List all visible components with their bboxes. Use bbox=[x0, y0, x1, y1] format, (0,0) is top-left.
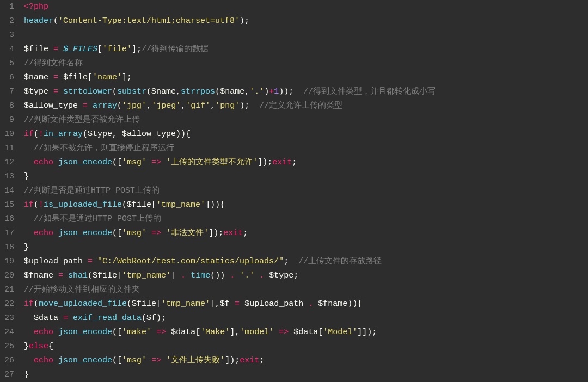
token-func: json_encode bbox=[58, 158, 112, 167]
line-number: 11 bbox=[0, 141, 14, 156]
line-number: 5 bbox=[0, 57, 14, 71]
code-line[interactable]: //得到文件名称 bbox=[24, 57, 588, 71]
token-cmt: //开始移动文件到相应的文件夹 bbox=[24, 285, 140, 294]
line-number: 27 bbox=[0, 368, 14, 382]
line-number: 21 bbox=[0, 283, 14, 297]
token-kw: exit bbox=[240, 356, 259, 365]
code-line[interactable]: } bbox=[24, 170, 588, 184]
token-var bbox=[24, 158, 34, 167]
code-line[interactable]: header('Content-Type:text/html;charset=u… bbox=[24, 14, 588, 28]
token-var bbox=[24, 356, 34, 365]
line-number: 10 bbox=[0, 127, 14, 141]
token-var bbox=[53, 328, 58, 337]
token-punc: } bbox=[24, 370, 29, 379]
token-cmt: //如果不是通过HTTP POST上传的 bbox=[34, 214, 161, 224]
code-line[interactable]: echo json_encode(['msg' => '文件上传失败']);ex… bbox=[24, 354, 588, 368]
token-var bbox=[146, 158, 151, 167]
code-line[interactable]: $data = exif_read_data($f); bbox=[24, 311, 588, 325]
code-line[interactable]: //判断是否是通过HTTP POST上传的 bbox=[24, 184, 588, 198]
token-str: '非法文件' bbox=[166, 229, 209, 238]
token-var bbox=[53, 229, 58, 238]
token-punc: ( bbox=[34, 130, 39, 139]
token-punc: ($name, bbox=[215, 87, 249, 96]
token-op: => bbox=[156, 328, 166, 337]
token-str: "C:/WebRoot/test.com/statics/uploads/" bbox=[97, 257, 284, 266]
token-str: 'model' bbox=[240, 328, 274, 337]
code-line[interactable]: //如果不是通过HTTP POST上传的 bbox=[24, 212, 588, 226]
token-punc: ($f); bbox=[142, 313, 166, 323]
token-punc: ( bbox=[34, 299, 39, 309]
token-var bbox=[161, 158, 166, 167]
code-line[interactable]: //如果不被允许，则直接停止程序运行 bbox=[24, 141, 588, 156]
token-punc: ; bbox=[284, 257, 298, 266]
token-cmt: //如果不被允许，则直接停止程序运行 bbox=[34, 144, 174, 153]
line-number: 3 bbox=[0, 28, 14, 42]
code-line[interactable]: } bbox=[24, 368, 588, 382]
token-func: time bbox=[191, 271, 210, 280]
token-kw: echo bbox=[34, 158, 53, 167]
token-punc: ([ bbox=[112, 356, 122, 365]
token-kw: echo bbox=[34, 328, 53, 337]
token-func: strrpos bbox=[181, 87, 215, 96]
token-str: 'jpeg' bbox=[151, 101, 181, 110]
token-var bbox=[254, 271, 259, 280]
token-var bbox=[24, 229, 34, 238]
token-str: 'Make' bbox=[200, 328, 230, 337]
code-line[interactable]: echo json_encode(['msg' => '非法文件']);exit… bbox=[24, 226, 588, 241]
line-number: 15 bbox=[0, 198, 14, 212]
code-line[interactable] bbox=[24, 28, 588, 42]
code-line[interactable]: if(!in_array($type, $allow_type)){ bbox=[24, 127, 588, 141]
line-number-gutter: 1234567891011121314151617181920212223242… bbox=[0, 0, 20, 382]
code-line[interactable]: $file = $_FILES['file'];//得到传输的数据 bbox=[24, 42, 588, 57]
token-punc: } bbox=[24, 342, 29, 351]
code-line[interactable]: }else{ bbox=[24, 340, 588, 354]
token-kw: exit bbox=[272, 158, 292, 167]
token-var bbox=[24, 144, 34, 153]
token-func: sha1 bbox=[68, 271, 88, 280]
code-line[interactable]: $upload_path = "C:/WebRoot/test.com/stat… bbox=[24, 255, 588, 269]
code-line[interactable]: echo json_encode(['make' => $data['Make'… bbox=[24, 325, 588, 340]
token-tag: <?php bbox=[24, 2, 48, 11]
code-line[interactable]: //判断文件类型是否被允许上传 bbox=[24, 113, 588, 127]
token-punc: ()) bbox=[210, 271, 230, 280]
code-line[interactable]: $fname = sha1($file['tmp_name'] . time()… bbox=[24, 269, 588, 283]
token-var: $data bbox=[24, 313, 63, 323]
token-str: 'jpg' bbox=[122, 101, 146, 110]
code-line[interactable]: $type = strtolower(substr($name,strrpos(… bbox=[24, 85, 588, 99]
code-line[interactable]: } bbox=[24, 241, 588, 255]
token-op: . bbox=[259, 271, 264, 280]
token-punc: ); bbox=[240, 101, 259, 110]
token-op: = bbox=[83, 101, 88, 110]
code-line[interactable]: $name = $file['name']; bbox=[24, 71, 588, 85]
code-line[interactable]: <?php bbox=[24, 0, 588, 14]
token-punc: ]); bbox=[258, 158, 272, 167]
token-kw: if bbox=[24, 130, 34, 139]
token-op: = bbox=[58, 271, 63, 280]
line-number: 1 bbox=[0, 0, 14, 14]
code-area[interactable]: <?phpheader('Content-Type:text/html;char… bbox=[20, 0, 588, 382]
token-kw: echo bbox=[34, 356, 53, 365]
code-line[interactable]: $allow_type = array('jpg','jpeg','gif','… bbox=[24, 99, 588, 113]
token-str: 'gif' bbox=[186, 101, 210, 110]
code-line[interactable]: if(!is_uploaded_file($file['tmp_name']))… bbox=[24, 198, 588, 212]
token-op: => bbox=[151, 158, 161, 167]
line-number: 26 bbox=[0, 354, 14, 368]
code-line[interactable]: if(move_uploaded_file($file['tmp_name'],… bbox=[24, 297, 588, 311]
token-cmt: //判断文件类型是否被允许上传 bbox=[24, 115, 140, 125]
token-punc: } bbox=[24, 243, 29, 252]
token-punc: ($file[ bbox=[127, 299, 161, 309]
token-op: ! bbox=[39, 130, 44, 139]
token-str: 'tmp_name' bbox=[156, 200, 205, 210]
line-number: 20 bbox=[0, 269, 14, 283]
code-line[interactable]: echo json_encode(['msg' => '上传的文件类型不允许']… bbox=[24, 156, 588, 170]
token-global: $_FILES bbox=[63, 45, 97, 54]
token-punc: ) bbox=[264, 87, 269, 96]
line-number: 6 bbox=[0, 71, 14, 85]
code-line[interactable]: //开始移动文件到相应的文件夹 bbox=[24, 283, 588, 297]
token-func: json_encode bbox=[58, 356, 112, 365]
code-editor: 1234567891011121314151617181920212223242… bbox=[0, 0, 588, 382]
line-number: 12 bbox=[0, 156, 14, 170]
token-str: '上传的文件类型不允许' bbox=[166, 158, 258, 167]
token-cmt: //得到传输的数据 bbox=[142, 45, 209, 54]
token-op: = bbox=[53, 87, 58, 96]
